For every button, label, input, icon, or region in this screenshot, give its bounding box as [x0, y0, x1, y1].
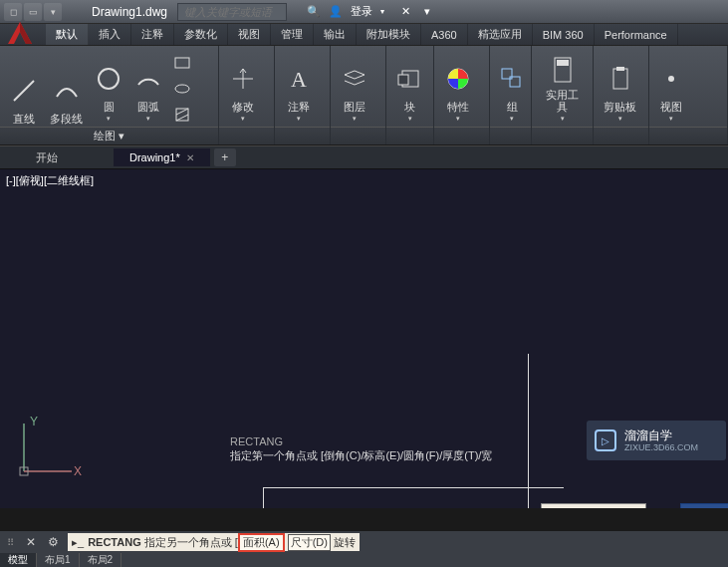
ucs-icon[interactable]: Y X — [16, 414, 86, 486]
tab-annotate[interactable]: 注释 — [131, 24, 174, 45]
panel-clipboard: 剪贴板 — [594, 46, 649, 144]
titlebar: ◻ ▭ ▾ Drawing1.dwg 🔍 👤 登录 ▾ ✕ ▾ — [0, 0, 728, 24]
text-icon: A — [285, 59, 313, 99]
cmdline-grip-icon[interactable]: ⠿ — [0, 537, 20, 548]
cmdline-settings-icon[interactable]: ⚙ — [44, 533, 62, 551]
app-logo-icon[interactable] — [4, 18, 36, 53]
ellipse-icon[interactable] — [170, 77, 194, 101]
tab-performance[interactable]: Performance — [595, 24, 678, 45]
tab-insert[interactable]: 插入 — [89, 24, 131, 45]
status-tab-layout2[interactable]: 布局2 — [80, 553, 122, 567]
close-icon[interactable]: ✕ — [186, 152, 194, 163]
panel-modify: 修改 — [219, 46, 275, 144]
cmdline-close-icon[interactable]: ✕ — [22, 533, 40, 551]
doc-tab-active[interactable]: Drawing1*✕ — [114, 148, 210, 166]
ucs-y-label: Y — [30, 415, 38, 428]
new-tab-button[interactable]: + — [214, 148, 236, 166]
search-input[interactable] — [177, 3, 287, 21]
svg-rect-14 — [557, 60, 569, 66]
command-input[interactable]: ▸_ RECTANG 指定另一个角点或 [ 面积(A) 尺寸(D) 旋转 — [68, 533, 360, 551]
help-dropdown-icon[interactable]: ▾ — [420, 5, 434, 19]
command-history: RECTANG 指定第一个角点或 [倒角(C)/标高(E)/圆角(F)/厚度(T… — [230, 434, 492, 462]
tab-parametric[interactable]: 参数化 — [174, 24, 228, 45]
viewport-label[interactable]: [-][俯视][二维线框] — [6, 173, 94, 188]
cmdline-opt-area[interactable]: 面积(A) — [238, 533, 285, 552]
login-dropdown-icon[interactable]: ▾ — [380, 7, 384, 16]
group-icon — [500, 59, 524, 99]
clipboard-button[interactable]: 剪贴板 — [600, 51, 640, 127]
login-button[interactable]: 登录 — [351, 4, 372, 19]
clipboard-icon — [608, 59, 632, 99]
cmd-history-prompt: 指定第一个角点或 [倒角(C)/标高(E)/圆角(F)/厚度(T)/宽 — [230, 448, 492, 462]
status-tab-layout1[interactable]: 布局1 — [37, 553, 80, 567]
polyline-icon — [53, 71, 81, 111]
tab-view[interactable]: 视图 — [228, 24, 271, 45]
layers-icon — [341, 59, 368, 99]
panel-draw-title[interactable]: 绘图 ▾ — [0, 127, 218, 144]
svg-line-5 — [176, 109, 188, 115]
doc-tab-start[interactable]: 开始 — [20, 147, 74, 168]
document-title: Drawing1.dwg — [92, 5, 167, 19]
status-tab-model[interactable]: 模型 — [0, 553, 37, 567]
infocenter-icon[interactable]: 🔍 — [307, 5, 321, 19]
panel-layer: 图层 — [331, 46, 386, 144]
properties-button[interactable]: 特性 — [440, 51, 476, 127]
ribbon: 直线 多段线 圆 圆弧 绘图 ▾ 修改 — [0, 46, 728, 145]
ribbon-tab-strip: 默认 插入 注释 参数化 视图 管理 输出 附加模块 A360 精选应用 BIM… — [0, 24, 728, 46]
tab-bim360[interactable]: BIM 360 — [533, 24, 595, 45]
cmdline-opt-dim[interactable]: 尺寸(D) — [288, 534, 331, 551]
panel-draw: 直线 多段线 圆 圆弧 绘图 ▾ — [0, 46, 219, 144]
cmdline-command: RECTANG — [88, 536, 141, 548]
command-line[interactable]: ⠿ ✕ ⚙ ▸_ RECTANG 指定另一个角点或 [ 面积(A) 尺寸(D) … — [0, 531, 728, 553]
drawing-canvas[interactable]: [-][俯视][二维线框] 指定另一个角点或 143.149 Y X RECTA… — [0, 169, 728, 508]
basepoint-icon — [659, 59, 683, 99]
svg-rect-16 — [616, 67, 624, 71]
title-right-cluster: 🔍 👤 登录 ▾ ✕ ▾ — [307, 4, 434, 19]
util-button[interactable]: 实用工具 — [538, 51, 587, 127]
qat-dropdown-icon[interactable]: ▾ — [44, 3, 62, 21]
rectangle-icon[interactable] — [170, 51, 194, 75]
coordinate-input[interactable]: 143.149 — [680, 503, 728, 508]
view-button[interactable]: 视图 — [655, 51, 687, 127]
play-icon: ▷ — [595, 429, 616, 451]
cmdline-prompt: 指定另一个角点或 — [144, 535, 232, 550]
dynamic-input-tooltip: 指定另一个角点或 — [541, 503, 646, 508]
tab-a360[interactable]: A360 — [421, 24, 468, 45]
tab-manage[interactable]: 管理 — [271, 24, 314, 45]
modify-button[interactable]: 修改 — [225, 51, 261, 127]
tab-featured[interactable]: 精选应用 — [468, 24, 533, 45]
block-button[interactable]: 块 — [392, 51, 427, 127]
polyline-button[interactable]: 多段线 — [46, 51, 87, 127]
line-button[interactable]: 直线 — [6, 51, 42, 127]
tab-addins[interactable]: 附加模块 — [357, 24, 421, 45]
watermark-main: 溜溜自学 — [624, 429, 698, 442]
circle-icon — [95, 59, 122, 99]
cmdline-opt-rot[interactable]: 旋转 — [334, 535, 356, 550]
svg-line-0 — [14, 81, 34, 101]
line-icon — [10, 71, 38, 111]
annotate-button[interactable]: A注释 — [281, 51, 317, 127]
user-icon[interactable]: 👤 — [329, 5, 343, 19]
panel-annotate: A注释 — [275, 46, 331, 144]
document-tab-strip: 开始 Drawing1*✕ + — [0, 145, 728, 169]
exchange-icon[interactable]: ✕ — [398, 5, 412, 19]
rectangle-preview — [263, 487, 529, 508]
svg-rect-15 — [613, 69, 627, 89]
arc-button[interactable]: 圆弧 — [130, 51, 166, 127]
circle-button[interactable]: 圆 — [91, 51, 126, 127]
svg-rect-4 — [176, 109, 188, 121]
tab-default[interactable]: 默认 — [46, 24, 89, 45]
move-icon — [229, 59, 257, 99]
group-button[interactable]: 组 — [496, 51, 528, 127]
hatch-icon[interactable] — [170, 103, 194, 127]
block-icon — [396, 59, 424, 99]
watermark-sub: ZIXUE.3D66.COM — [624, 442, 698, 452]
tab-output[interactable]: 输出 — [314, 24, 357, 45]
layer-button[interactable]: 图层 — [337, 51, 372, 127]
svg-rect-9 — [398, 75, 408, 85]
panel-view: 视图 — [649, 46, 728, 144]
svg-point-3 — [175, 85, 189, 93]
ucs-x-label: X — [74, 464, 82, 478]
arc-icon — [134, 59, 162, 99]
watermark: ▷ 溜溜自学 ZIXUE.3D66.COM — [587, 421, 726, 460]
